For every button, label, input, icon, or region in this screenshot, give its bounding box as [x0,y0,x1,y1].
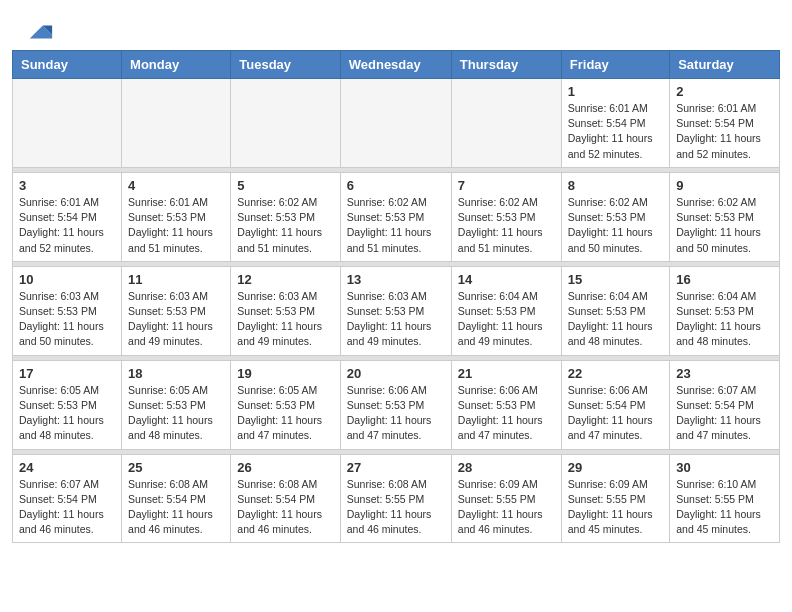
calendar-cell: 1Sunrise: 6:01 AM Sunset: 5:54 PM Daylig… [561,79,669,168]
day-number: 11 [128,272,224,287]
day-number: 3 [19,178,115,193]
calendar-cell: 27Sunrise: 6:08 AM Sunset: 5:55 PM Dayli… [340,454,451,543]
day-info: Sunrise: 6:02 AM Sunset: 5:53 PM Dayligh… [676,195,773,256]
day-info: Sunrise: 6:04 AM Sunset: 5:53 PM Dayligh… [568,289,663,350]
day-number: 25 [128,460,224,475]
calendar-cell: 20Sunrise: 6:06 AM Sunset: 5:53 PM Dayli… [340,360,451,449]
day-number: 23 [676,366,773,381]
day-info: Sunrise: 6:07 AM Sunset: 5:54 PM Dayligh… [19,477,115,538]
calendar-cell: 11Sunrise: 6:03 AM Sunset: 5:53 PM Dayli… [122,266,231,355]
calendar-cell: 14Sunrise: 6:04 AM Sunset: 5:53 PM Dayli… [451,266,561,355]
day-number: 7 [458,178,555,193]
calendar-cell: 16Sunrise: 6:04 AM Sunset: 5:53 PM Dayli… [670,266,780,355]
page-header [0,0,792,50]
day-info: Sunrise: 6:10 AM Sunset: 5:55 PM Dayligh… [676,477,773,538]
calendar-cell: 4Sunrise: 6:01 AM Sunset: 5:53 PM Daylig… [122,172,231,261]
day-number: 14 [458,272,555,287]
calendar-cell: 24Sunrise: 6:07 AM Sunset: 5:54 PM Dayli… [13,454,122,543]
calendar-cell: 13Sunrise: 6:03 AM Sunset: 5:53 PM Dayli… [340,266,451,355]
calendar-cell: 7Sunrise: 6:02 AM Sunset: 5:53 PM Daylig… [451,172,561,261]
calendar-cell: 9Sunrise: 6:02 AM Sunset: 5:53 PM Daylig… [670,172,780,261]
day-number: 15 [568,272,663,287]
calendar-table: SundayMondayTuesdayWednesdayThursdayFrid… [12,50,780,543]
day-number: 5 [237,178,333,193]
calendar-cell: 29Sunrise: 6:09 AM Sunset: 5:55 PM Dayli… [561,454,669,543]
weekday-header-thursday: Thursday [451,51,561,79]
day-number: 28 [458,460,555,475]
logo-icon [26,18,54,46]
day-info: Sunrise: 6:06 AM Sunset: 5:54 PM Dayligh… [568,383,663,444]
calendar-cell: 25Sunrise: 6:08 AM Sunset: 5:54 PM Dayli… [122,454,231,543]
weekday-header-row: SundayMondayTuesdayWednesdayThursdayFrid… [13,51,780,79]
day-info: Sunrise: 6:08 AM Sunset: 5:54 PM Dayligh… [237,477,333,538]
day-info: Sunrise: 6:05 AM Sunset: 5:53 PM Dayligh… [128,383,224,444]
calendar-cell: 21Sunrise: 6:06 AM Sunset: 5:53 PM Dayli… [451,360,561,449]
day-number: 9 [676,178,773,193]
calendar-cell: 3Sunrise: 6:01 AM Sunset: 5:54 PM Daylig… [13,172,122,261]
calendar-cell: 12Sunrise: 6:03 AM Sunset: 5:53 PM Dayli… [231,266,340,355]
weekday-header-wednesday: Wednesday [340,51,451,79]
calendar-cell: 30Sunrise: 6:10 AM Sunset: 5:55 PM Dayli… [670,454,780,543]
calendar-cell: 19Sunrise: 6:05 AM Sunset: 5:53 PM Dayli… [231,360,340,449]
day-info: Sunrise: 6:07 AM Sunset: 5:54 PM Dayligh… [676,383,773,444]
day-number: 29 [568,460,663,475]
weekday-header-friday: Friday [561,51,669,79]
day-info: Sunrise: 6:02 AM Sunset: 5:53 PM Dayligh… [347,195,445,256]
week-row-3: 10Sunrise: 6:03 AM Sunset: 5:53 PM Dayli… [13,266,780,355]
day-number: 10 [19,272,115,287]
day-number: 26 [237,460,333,475]
weekday-header-sunday: Sunday [13,51,122,79]
day-number: 8 [568,178,663,193]
calendar-cell [231,79,340,168]
day-info: Sunrise: 6:03 AM Sunset: 5:53 PM Dayligh… [128,289,224,350]
day-info: Sunrise: 6:02 AM Sunset: 5:53 PM Dayligh… [568,195,663,256]
day-info: Sunrise: 6:02 AM Sunset: 5:53 PM Dayligh… [237,195,333,256]
day-number: 16 [676,272,773,287]
calendar-cell: 28Sunrise: 6:09 AM Sunset: 5:55 PM Dayli… [451,454,561,543]
day-number: 1 [568,84,663,99]
day-info: Sunrise: 6:01 AM Sunset: 5:53 PM Dayligh… [128,195,224,256]
day-number: 21 [458,366,555,381]
day-info: Sunrise: 6:03 AM Sunset: 5:53 PM Dayligh… [19,289,115,350]
calendar-cell: 23Sunrise: 6:07 AM Sunset: 5:54 PM Dayli… [670,360,780,449]
day-info: Sunrise: 6:04 AM Sunset: 5:53 PM Dayligh… [676,289,773,350]
day-info: Sunrise: 6:06 AM Sunset: 5:53 PM Dayligh… [458,383,555,444]
calendar-cell [122,79,231,168]
weekday-header-tuesday: Tuesday [231,51,340,79]
day-info: Sunrise: 6:06 AM Sunset: 5:53 PM Dayligh… [347,383,445,444]
calendar-cell [13,79,122,168]
calendar-cell: 15Sunrise: 6:04 AM Sunset: 5:53 PM Dayli… [561,266,669,355]
day-number: 22 [568,366,663,381]
day-number: 2 [676,84,773,99]
calendar-cell: 5Sunrise: 6:02 AM Sunset: 5:53 PM Daylig… [231,172,340,261]
week-row-1: 1Sunrise: 6:01 AM Sunset: 5:54 PM Daylig… [13,79,780,168]
day-info: Sunrise: 6:05 AM Sunset: 5:53 PM Dayligh… [19,383,115,444]
day-info: Sunrise: 6:08 AM Sunset: 5:55 PM Dayligh… [347,477,445,538]
day-number: 19 [237,366,333,381]
day-number: 6 [347,178,445,193]
day-info: Sunrise: 6:09 AM Sunset: 5:55 PM Dayligh… [568,477,663,538]
logo [24,18,54,40]
calendar-cell: 17Sunrise: 6:05 AM Sunset: 5:53 PM Dayli… [13,360,122,449]
week-row-5: 24Sunrise: 6:07 AM Sunset: 5:54 PM Dayli… [13,454,780,543]
day-number: 30 [676,460,773,475]
day-number: 18 [128,366,224,381]
day-number: 4 [128,178,224,193]
day-number: 20 [347,366,445,381]
day-number: 17 [19,366,115,381]
day-info: Sunrise: 6:03 AM Sunset: 5:53 PM Dayligh… [347,289,445,350]
calendar-cell: 8Sunrise: 6:02 AM Sunset: 5:53 PM Daylig… [561,172,669,261]
day-number: 12 [237,272,333,287]
day-info: Sunrise: 6:01 AM Sunset: 5:54 PM Dayligh… [676,101,773,162]
calendar-cell [451,79,561,168]
calendar-cell [340,79,451,168]
day-number: 27 [347,460,445,475]
day-info: Sunrise: 6:01 AM Sunset: 5:54 PM Dayligh… [19,195,115,256]
day-number: 24 [19,460,115,475]
weekday-header-monday: Monday [122,51,231,79]
day-info: Sunrise: 6:08 AM Sunset: 5:54 PM Dayligh… [128,477,224,538]
day-info: Sunrise: 6:01 AM Sunset: 5:54 PM Dayligh… [568,101,663,162]
calendar-cell: 22Sunrise: 6:06 AM Sunset: 5:54 PM Dayli… [561,360,669,449]
calendar-wrapper: SundayMondayTuesdayWednesdayThursdayFrid… [0,50,792,555]
calendar-cell: 10Sunrise: 6:03 AM Sunset: 5:53 PM Dayli… [13,266,122,355]
